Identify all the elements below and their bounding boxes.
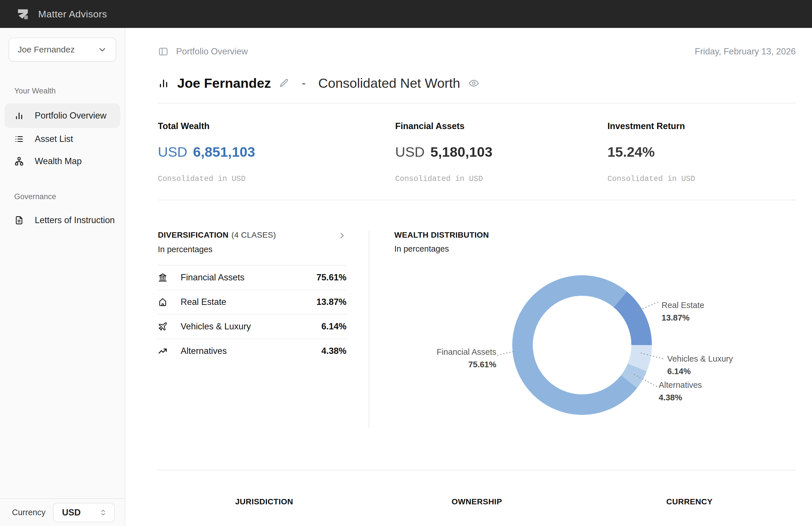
callout-value: 4.38%	[659, 391, 702, 404]
sidebar-item-wealth-map[interactable]: Wealth Map	[0, 150, 125, 172]
topbar: Matter Advisors	[0, 0, 812, 28]
list-item-label: Real Estate	[180, 297, 226, 307]
client-selector-value: Joe Fernandez	[18, 45, 75, 55]
breadcrumb: Portfolio Overview Friday, February 13, …	[158, 46, 796, 57]
list-item-vehicles-luxury[interactable]: Vehicles & Luxury 6.14%	[158, 315, 346, 339]
sidebar-item-portfolio-overview[interactable]: Portfolio Overview	[4, 103, 120, 128]
app-root: Matter Advisors Joe Fernandez Your Wealt…	[0, 0, 812, 526]
callout-label: Vehicles & Luxury	[667, 352, 733, 365]
middle-section: DIVERSIFICATION(4 CLASES) In percentages…	[158, 200, 796, 470]
sidebar: Joe Fernandez Your Wealth Portfolio Over…	[0, 28, 125, 526]
nav-section-your-wealth: Your Wealth	[0, 87, 125, 96]
stat-label: Total Wealth	[158, 121, 395, 131]
list-item-value: 75.61%	[317, 273, 346, 283]
distribution-title: WEALTH DISTRIBUTION	[394, 231, 489, 240]
stat-note: Consolidated in USD	[158, 175, 395, 183]
chevron-down-icon	[98, 45, 107, 55]
client-selector[interactable]: Joe Fernandez	[9, 38, 116, 61]
list-item-real-estate[interactable]: Real Estate 13.87%	[158, 290, 346, 315]
stat-label: Financial Assets	[395, 121, 607, 131]
callout-vehicles-luxury: Vehicles & Luxury 6.14%	[667, 352, 733, 378]
bottom-table-headers: JURISDICTION OWNERSHIP CURRENCY	[158, 470, 796, 506]
callout-real-estate: Real Estate 13.87%	[662, 299, 704, 324]
list-item-value: 13.87%	[317, 297, 346, 307]
trending-up-icon	[158, 346, 168, 356]
main-content: Portfolio Overview Friday, February 13, …	[125, 28, 812, 526]
chevron-right-icon[interactable]	[337, 231, 346, 240]
page-date: Friday, February 13, 2026	[695, 46, 796, 57]
vertical-divider	[369, 231, 369, 428]
column-header-currency: CURRENCY	[583, 497, 796, 506]
sidebar-item-label: Asset List	[35, 134, 73, 144]
org-chart-icon	[14, 157, 24, 166]
sidebar-footer: Currency USD	[0, 498, 125, 526]
distribution-subtitle: In percentages	[394, 244, 796, 253]
stat-note: Consolidated in USD	[395, 175, 607, 183]
list-item-label: Alternatives	[180, 346, 227, 356]
column-header-jurisdiction: JURISDICTION	[158, 497, 371, 506]
stat-total-wealth: Total Wealth USD6,851,103 Consolidated i…	[158, 121, 395, 183]
brand-logo-icon	[14, 6, 29, 21]
diversification-title: DIVERSIFICATION(4 CLASES)	[158, 231, 276, 240]
eye-icon[interactable]	[468, 77, 479, 89]
list-item-alternatives[interactable]: Alternatives 4.38%	[158, 339, 346, 363]
stats-row: Total Wealth USD6,851,103 Consolidated i…	[158, 103, 796, 200]
sidebar-item-label: Portfolio Overview	[35, 111, 106, 121]
sidebar-item-label: Wealth Map	[35, 156, 82, 166]
diversification-count: (4 CLASES)	[231, 231, 276, 239]
stat-label: Investment Return	[607, 121, 796, 131]
wealth-distribution-panel: WEALTH DISTRIBUTION In percentages Finan…	[394, 231, 796, 470]
document-icon	[14, 216, 24, 225]
currency-label: Currency	[12, 508, 46, 517]
plane-icon	[158, 322, 168, 331]
stat-value: 6,851,103	[193, 144, 255, 160]
nav-section-governance: Governance	[0, 192, 125, 201]
list-item-value: 4.38%	[321, 346, 346, 356]
callout-label: Real Estate	[662, 299, 704, 311]
bank-icon	[158, 273, 168, 282]
sidebar-item-letters-of-instruction[interactable]: Letters of Instruction	[0, 209, 125, 231]
callout-value: 75.61%	[394, 358, 496, 371]
title-separator: -	[302, 76, 306, 90]
bar-chart-icon	[14, 111, 24, 120]
pencil-icon[interactable]	[279, 78, 289, 88]
stat-currency-prefix: USD	[158, 144, 187, 160]
page-title: Joe Fernandez - Consolidated Net Worth	[158, 75, 796, 91]
callout-alternatives: Alternatives 4.38%	[659, 379, 702, 404]
callout-value: 6.14%	[667, 365, 733, 378]
column-header-ownership: OWNERSHIP	[371, 497, 583, 506]
callout-label: Financial Assets	[394, 346, 496, 358]
panel-left-icon[interactable]	[158, 46, 169, 57]
breadcrumb-label: Portfolio Overview	[176, 46, 248, 57]
list-icon	[14, 134, 24, 144]
house-icon	[158, 297, 168, 307]
list-item-value: 6.14%	[321, 321, 346, 332]
stat-investment-return: Investment Return 15.24% Consolidated in…	[607, 121, 796, 183]
diversification-subtitle: In percentages	[158, 245, 346, 254]
view-name: Consolidated Net Worth	[318, 75, 460, 91]
callout-financial-assets: Financial Assets 75.61%	[394, 346, 496, 371]
bar-chart-icon	[158, 77, 169, 89]
list-item-financial-assets[interactable]: Financial Assets 75.61%	[158, 266, 346, 290]
currency-select-value: USD	[62, 508, 81, 518]
stat-value: 15.24%	[607, 144, 655, 160]
diversification-panel: DIVERSIFICATION(4 CLASES) In percentages…	[158, 231, 346, 470]
chevrons-up-down-icon	[99, 508, 108, 517]
stat-note: Consolidated in USD	[607, 175, 796, 183]
list-item-label: Vehicles & Luxury	[180, 321, 251, 332]
currency-select[interactable]: USD	[53, 503, 115, 522]
stat-financial-assets: Financial Assets USD5,180,103 Consolidat…	[395, 121, 607, 183]
list-item-label: Financial Assets	[180, 273, 245, 283]
callout-label: Alternatives	[659, 379, 702, 391]
brand-name: Matter Advisors	[38, 9, 107, 20]
sidebar-item-asset-list[interactable]: Asset List	[0, 128, 125, 150]
sidebar-item-label: Letters of Instruction	[35, 215, 115, 225]
sidebar-nav: Your Wealth Portfolio Overview Asset Lis…	[0, 87, 125, 231]
stat-currency-prefix: USD	[395, 144, 424, 160]
stat-value: 5,180,103	[430, 144, 492, 160]
callout-value: 13.87%	[662, 311, 704, 324]
client-name: Joe Fernandez	[177, 75, 271, 91]
donut-chart[interactable]	[512, 275, 652, 415]
